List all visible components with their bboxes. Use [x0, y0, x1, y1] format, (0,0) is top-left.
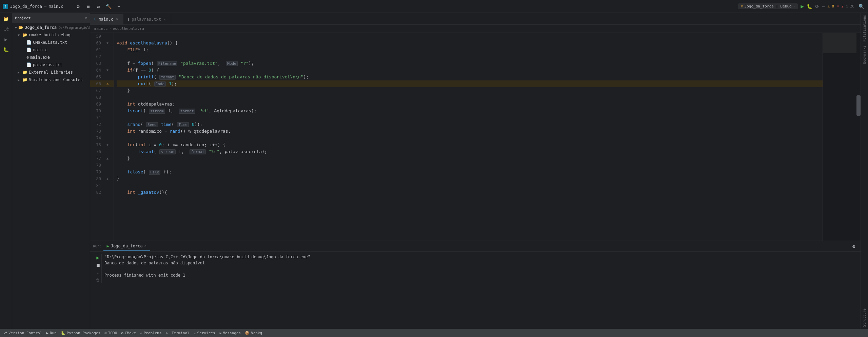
run-button[interactable]: ▶: [801, 3, 804, 10]
folder-icon: 📁: [22, 77, 27, 82]
run-status-label: Run: [50, 331, 57, 335]
notifications-label[interactable]: Notifications: [863, 13, 866, 43]
code-line-78: [117, 162, 823, 169]
run-status-item[interactable]: ▶ Run: [46, 331, 57, 335]
run-settings-icon[interactable]: ⚙: [850, 242, 858, 250]
top-bar-right: ⚙ Jogo_da_forca | Debug ▾ ▶ 🐛 ⟳ ⋯ ⚠ 8 ✕ …: [738, 2, 865, 11]
minimap-viewport: [823, 33, 856, 53]
terminal-line-3: Process finished with exit code 1: [104, 272, 856, 278]
version-control-label: Version Control: [8, 331, 42, 335]
tab-palavras[interactable]: T palavras.txt ×: [123, 14, 171, 24]
cmake-item[interactable]: ⚙ CMake: [121, 331, 136, 335]
run-activity-icon[interactable]: ▶: [1, 35, 11, 44]
terminal-label: Terminal: [172, 331, 190, 335]
stop-icon[interactable]: ⏹: [96, 262, 100, 268]
warning-count[interactable]: ⚠ 8: [827, 4, 834, 8]
code-line-77: }: [117, 155, 823, 162]
expand-icon: ▶: [18, 71, 21, 74]
version-control-item[interactable]: ⎇ Version Control: [3, 331, 42, 335]
expand-icon: ▼: [15, 26, 17, 30]
external-libs-label: External Libraries: [29, 70, 73, 75]
tree-root[interactable]: ▼ 📂 Jogo_da_forca D:\Programação\Projeto…: [12, 24, 90, 31]
terminal-item[interactable]: >_ Terminal: [166, 331, 190, 335]
search-icon[interactable]: 🔍: [857, 2, 865, 11]
panel-header: Project ⚙: [12, 13, 90, 23]
code-line-67: }: [117, 87, 823, 94]
folder-icon: 📂: [22, 33, 27, 37]
structure-label[interactable]: Structure: [863, 306, 866, 329]
panel-settings-icon[interactable]: ⚙: [85, 16, 87, 20]
run-tab-label: Jogo_da_forca: [111, 244, 143, 248]
list-icon[interactable]: ≡: [84, 2, 93, 11]
top-bar: J Jogo_da_forca — main.c ⚙ ≡ ⇄ 🔨 − ⚙ Jog…: [0, 0, 868, 13]
code-line-66: exit( Code 1);: [117, 80, 823, 87]
profile-button[interactable]: ⟳: [815, 4, 819, 9]
folder-icon: 📁: [22, 70, 27, 75]
scroll-down-icon[interactable]: ↓: [97, 269, 99, 276]
breadcrumb-main: main.c: [94, 26, 108, 31]
error-count[interactable]: ✕ 2: [837, 4, 844, 8]
run-indicator: ▶: [107, 244, 109, 248]
scratches-item[interactable]: ▶ 📁 Scratches and Consoles: [12, 76, 90, 83]
code-editor[interactable]: void escolhepalavra() { FILE* f; f = fop…: [114, 33, 823, 241]
status-bar: ⎇ Version Control ▶ Run 🐍 Python Package…: [0, 329, 868, 337]
activity-bar: 📁 ⎇ ▶ 🐛: [0, 13, 12, 329]
code-line-72: srand( Seed time( Time 0));: [117, 121, 823, 128]
vscroll[interactable]: [856, 33, 861, 241]
commit-activity-icon[interactable]: ⎇: [1, 24, 11, 34]
run-sidebar: ▶ ⏹ ↓ 🗑: [94, 254, 102, 283]
gutter: 59 60▼ 61 62 63 64▼ 65 66⚠ 67 68 69 70 7…: [90, 33, 114, 241]
top-bar-left: J Jogo_da_forca — main.c ⚙ ≡ ⇄ 🔨 −: [3, 2, 736, 11]
more-button[interactable]: ⋯: [822, 4, 825, 9]
main-c-label: main.c: [33, 48, 47, 52]
code-line-69: int qtddepalavras;: [117, 101, 823, 108]
cmake-icon: ⚙: [121, 331, 123, 335]
cmake-build-folder[interactable]: ▼ 📂 cmake-build-debug: [12, 31, 90, 39]
palavras-item[interactable]: 📄 palavras.txt: [12, 61, 90, 69]
settings-icon[interactable]: ⚙: [74, 2, 82, 11]
vcpkg-item[interactable]: 📦 Vcpkg: [245, 331, 262, 335]
rerun-icon[interactable]: ▶: [96, 255, 99, 261]
run-text-output: "D:\Programação\Projetos C,C++,C#\Jogo_d…: [104, 254, 856, 283]
info-count[interactable]: ℹ 28: [846, 4, 854, 8]
debug-button[interactable]: 🐛: [807, 4, 812, 9]
git-icon: ⎇: [3, 331, 7, 335]
clear-icon[interactable]: 🗑: [96, 277, 100, 283]
main-exe-item[interactable]: ⚙ main.exe: [12, 54, 90, 61]
todo-item[interactable]: ☑ TODO: [104, 331, 117, 335]
services-item[interactable]: ☁ Services: [194, 331, 215, 335]
terminal-line-0: "D:\Programação\Projetos C,C++,C#\Jogo_d…: [104, 254, 856, 260]
code-line-75: for(int i = 0; i <= randomico; i++) {: [117, 142, 823, 148]
build-icon[interactable]: 🔨: [105, 2, 113, 11]
tab-palavras-close[interactable]: ×: [163, 17, 167, 22]
vscroll-thumb[interactable]: [856, 95, 861, 116]
tab-main-c-close[interactable]: ×: [115, 17, 119, 22]
minus-icon[interactable]: −: [115, 2, 123, 11]
problems-item[interactable]: ⚠ Problems: [140, 331, 162, 335]
external-libs-item[interactable]: ▶ 📁 External Libraries: [12, 69, 90, 76]
code-line-70: fscanf( stream f, format "%d", &qtddepal…: [117, 108, 823, 114]
run-tab-close[interactable]: ×: [144, 244, 146, 248]
tab-main-c[interactable]: C main.c ×: [90, 14, 123, 24]
main-c-item[interactable]: 📄 main.c: [12, 46, 90, 54]
debug-config[interactable]: ⚙ Jogo_da_forca | Debug ▾: [738, 3, 798, 9]
python-packages-label: Python Packages: [67, 331, 100, 335]
cmake-icon: 📄: [26, 40, 32, 45]
code-line-79: fclose( File f);: [117, 169, 823, 175]
code-line-82: int _gaaatov(){: [117, 189, 823, 196]
python-icon: 🐍: [61, 331, 65, 335]
bottom-area: Run: ▶ Jogo_da_forca × ⚙ ▶ ⏹: [90, 241, 861, 329]
code-line-63: f = fopen( Filename "palavras.txt", Mode…: [117, 60, 823, 67]
python-packages-item[interactable]: 🐍 Python Packages: [61, 331, 100, 335]
messages-item[interactable]: ✉ Messages: [219, 331, 241, 335]
run-tab-jogo[interactable]: ▶ Jogo_da_forca ×: [103, 242, 150, 251]
cmake-lists-item[interactable]: 📄 CMakeLists.txt: [12, 39, 90, 46]
tree-area: ▼ 📂 Jogo_da_forca D:\Programação\Projeto…: [12, 23, 90, 329]
project-activity-icon[interactable]: 📁: [1, 14, 11, 24]
code-line-61: FILE* f;: [117, 46, 823, 53]
project-title: Jogo_da_forca: [10, 4, 42, 9]
arrows-icon[interactable]: ⇄: [95, 2, 103, 11]
bookmarks-label[interactable]: Bookmarks: [863, 43, 866, 66]
debug-activity-icon[interactable]: 🐛: [1, 45, 11, 54]
panel-header-text: Project: [15, 16, 83, 20]
